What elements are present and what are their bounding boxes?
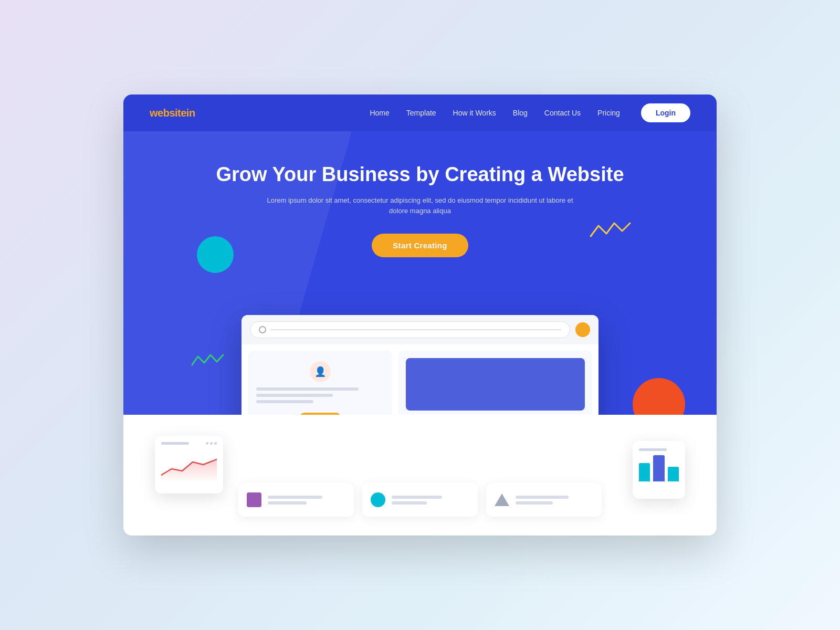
triangle-icon-wrapper xyxy=(495,492,509,507)
navbar: websitein Home Template How it Works Blo… xyxy=(123,94,717,131)
bottom-card-3-lines xyxy=(516,496,593,505)
bottom-line-2-1 xyxy=(392,496,442,499)
orange-circle-decoration xyxy=(633,378,685,415)
browser-search-bar xyxy=(250,321,570,338)
browser-content: 👤 xyxy=(242,344,598,415)
login-button[interactable]: Login xyxy=(641,103,690,122)
bottom-card-2-lines xyxy=(392,496,469,505)
bar-1 xyxy=(639,463,650,481)
bottom-line-3-2 xyxy=(516,501,553,505)
bottom-line-1-2 xyxy=(268,501,307,505)
chart-header xyxy=(161,442,217,445)
hero-title: Grow Your Business by Creating a Website xyxy=(150,163,690,187)
bar-2 xyxy=(653,455,664,481)
card-line-2 xyxy=(256,394,333,397)
zigzag-green-decoration xyxy=(192,352,228,373)
chart-title-line xyxy=(161,442,189,445)
nav-links: Home Template How it Works Blog Contact … xyxy=(370,108,620,118)
bottom-card-3 xyxy=(486,483,602,517)
search-placeholder-line xyxy=(270,329,561,330)
chart-card xyxy=(155,436,223,494)
search-icon xyxy=(259,326,266,333)
analytics-card xyxy=(633,441,685,499)
content-card xyxy=(398,351,592,415)
logo: websitein xyxy=(150,107,195,119)
analytics-title-line xyxy=(639,448,667,451)
card-action-button xyxy=(299,413,341,415)
logo-text-main: website xyxy=(150,107,186,119)
logo-text-accent: in xyxy=(186,107,195,119)
avatar-icon: 👤 xyxy=(310,361,331,382)
bar-3 xyxy=(668,467,679,481)
bottom-line-3-1 xyxy=(516,496,569,499)
teal-circle-icon xyxy=(371,492,385,507)
content-image-placeholder xyxy=(406,358,585,411)
bottom-line-2-2 xyxy=(392,501,427,505)
nav-item-how-it-works[interactable]: How it Works xyxy=(453,108,496,118)
hero-section: Grow Your Business by Creating a Website… xyxy=(123,131,717,415)
bottom-line-1-1 xyxy=(268,496,322,499)
card-line-1 xyxy=(256,387,359,391)
browser-mockup: 👤 xyxy=(242,315,598,415)
bottom-card-1-lines xyxy=(268,496,345,505)
purple-square-icon xyxy=(247,492,261,507)
bottom-card-1 xyxy=(238,483,354,517)
browser-window: websitein Home Template How it Works Blo… xyxy=(123,94,717,536)
cta-button[interactable]: Start Creating xyxy=(372,234,468,257)
bar-chart xyxy=(639,455,679,481)
nav-item-home[interactable]: Home xyxy=(370,108,389,118)
nav-item-template[interactable]: Template xyxy=(406,108,436,118)
browser-bar xyxy=(242,315,598,344)
profile-card: 👤 xyxy=(248,351,392,415)
profile-card-lines xyxy=(256,387,384,403)
card-line-3 xyxy=(256,400,313,403)
nav-item-pricing[interactable]: Pricing xyxy=(597,108,620,118)
browser-accent-dot xyxy=(575,322,590,337)
nav-item-contact[interactable]: Contact Us xyxy=(544,108,581,118)
bottom-section xyxy=(123,415,717,536)
triangle-icon xyxy=(495,494,509,506)
nav-item-blog[interactable]: Blog xyxy=(513,108,528,118)
chart-dots xyxy=(206,442,217,445)
hero-subtitle: Lorem ipsum dolor sit amet, consectetur … xyxy=(262,195,578,217)
bottom-card-2 xyxy=(362,483,478,517)
browser-mockup-container: 👤 xyxy=(242,315,598,415)
hero-text: Grow Your Business by Creating a Website… xyxy=(150,163,690,257)
line-chart-svg xyxy=(161,449,217,480)
